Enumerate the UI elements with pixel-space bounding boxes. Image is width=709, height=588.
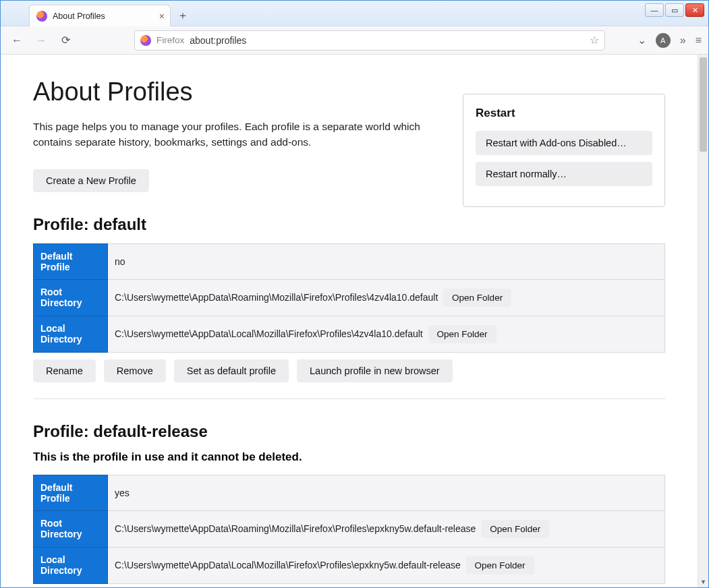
local-directory-label: Local Directory — [34, 547, 108, 583]
account-avatar-icon[interactable]: A — [656, 33, 671, 48]
titlebar: About Profiles × ＋ — ▭ ✕ — [1, 1, 708, 26]
table-row: Default Profile yes — [34, 475, 665, 510]
open-folder-button[interactable]: Open Folder — [443, 289, 511, 307]
overflow-icon[interactable]: » — [680, 34, 686, 47]
root-directory-value: C:\Users\wymette\AppData\Roaming\Mozilla… — [115, 292, 438, 303]
urlbar-address: about:profiles — [190, 35, 246, 46]
restart-panel: Restart Restart with Add-ons Disabled… R… — [463, 94, 665, 207]
urlbar-brand: Firefox — [157, 35, 184, 45]
bookmark-star-icon[interactable]: ☆ — [590, 34, 599, 47]
back-button[interactable]: ← — [7, 31, 26, 50]
open-folder-button[interactable]: Open Folder — [466, 556, 534, 575]
scrollbar-thumb[interactable] — [700, 57, 707, 152]
browser-window: About Profiles × ＋ — ▭ ✕ ← → ⟳ Firefox a… — [1, 1, 708, 587]
rename-button[interactable]: Rename — [33, 359, 96, 382]
default-profile-label: Default Profile — [34, 243, 108, 279]
pocket-icon[interactable]: ⌄ — [637, 34, 646, 47]
browser-tab[interactable]: About Profiles × — [29, 5, 171, 26]
default-profile-value: no — [108, 243, 665, 279]
scrollbar[interactable]: ▲ ▼ — [698, 55, 708, 587]
restart-normally-button[interactable]: Restart normally… — [476, 162, 652, 186]
local-directory-cell: C:\Users\wymette\AppData\Local\Mozilla\F… — [108, 547, 665, 583]
root-directory-cell: C:\Users\wymette\AppData\Roaming\Mozilla… — [108, 279, 665, 316]
root-directory-label: Root Directory — [34, 279, 108, 316]
firefox-icon — [140, 35, 151, 46]
in-use-note: This is the profile in use and it cannot… — [33, 450, 665, 464]
new-tab-button[interactable]: ＋ — [175, 7, 191, 24]
open-folder-button[interactable]: Open Folder — [428, 325, 497, 343]
separator — [33, 399, 665, 399]
local-directory-label: Local Directory — [34, 316, 108, 352]
profile-heading: Profile: default — [33, 215, 665, 234]
profile-table: Default Profile yes Root Directory C:\Us… — [33, 475, 665, 584]
root-directory-value: C:\Users\wymette\AppData\Roaming\Mozilla… — [115, 523, 476, 534]
content-area: About Profiles This page helps you to ma… — [1, 55, 708, 587]
menu-icon[interactable]: ≡ — [696, 34, 702, 47]
table-row: Local Directory C:\Users\wymette\AppData… — [34, 547, 665, 583]
default-profile-label: Default Profile — [34, 475, 108, 510]
profile-table: Default Profile no Root Directory C:\Use… — [33, 243, 665, 353]
table-row: Default Profile no — [34, 243, 665, 279]
forward-button[interactable]: → — [32, 31, 51, 50]
root-directory-cell: C:\Users\wymette\AppData\Roaming\Mozilla… — [108, 510, 665, 547]
minimize-button[interactable]: — — [645, 3, 664, 17]
launch-profile-button[interactable]: Launch profile in new browser — [297, 359, 453, 382]
scroll-down-icon[interactable]: ▼ — [698, 577, 708, 587]
window-controls: — ▭ ✕ — [645, 3, 704, 17]
tab-title: About Profiles — [53, 11, 105, 21]
remove-button[interactable]: Remove — [104, 359, 166, 382]
maximize-button[interactable]: ▭ — [665, 3, 684, 17]
toolbar-right: ⌄ A » ≡ — [637, 33, 702, 48]
create-profile-button[interactable]: Create a New Profile — [33, 169, 149, 192]
profile-heading: Profile: default-release — [33, 422, 665, 441]
table-row: Root Directory C:\Users\wymette\AppData\… — [34, 510, 665, 547]
page-intro: This page helps you to manage your profi… — [33, 119, 424, 150]
url-bar[interactable]: Firefox about:profiles ☆ — [134, 30, 605, 51]
local-directory-value: C:\Users\wymette\AppData\Local\Mozilla\F… — [115, 328, 423, 339]
open-folder-button[interactable]: Open Folder — [481, 520, 549, 538]
profile-actions: Rename Remove Set as default profile Lau… — [33, 359, 665, 382]
default-profile-value: yes — [108, 475, 665, 510]
nav-toolbar: ← → ⟳ Firefox about:profiles ☆ ⌄ A » ≡ — [1, 26, 708, 55]
firefox-icon — [36, 11, 47, 22]
set-default-button[interactable]: Set as default profile — [174, 359, 289, 382]
restart-addons-disabled-button[interactable]: Restart with Add-ons Disabled… — [476, 131, 652, 155]
reload-button[interactable]: ⟳ — [56, 31, 75, 50]
root-directory-label: Root Directory — [34, 510, 108, 547]
local-directory-value: C:\Users\wymette\AppData\Local\Mozilla\F… — [115, 560, 461, 570]
restart-heading: Restart — [476, 107, 652, 120]
close-tab-icon[interactable]: × — [159, 11, 165, 22]
close-window-button[interactable]: ✕ — [685, 3, 704, 17]
page-body: About Profiles This page helps you to ma… — [1, 55, 698, 587]
table-row: Root Directory C:\Users\wymette\AppData\… — [34, 279, 665, 316]
table-row: Local Directory C:\Users\wymette\AppData… — [34, 316, 665, 352]
local-directory-cell: C:\Users\wymette\AppData\Local\Mozilla\F… — [108, 316, 665, 352]
